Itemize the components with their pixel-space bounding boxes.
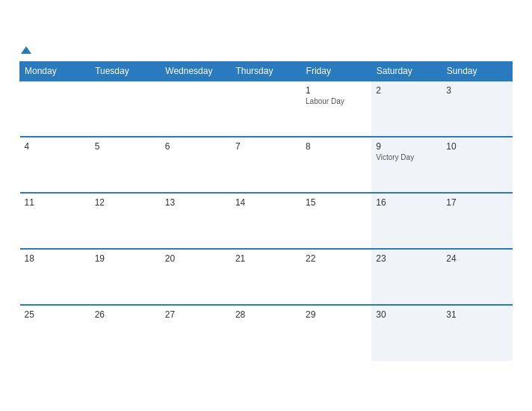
calendar-cell: 17	[442, 193, 512, 249]
calendar-cell: 24	[442, 249, 512, 305]
day-number: 22	[306, 253, 367, 264]
calendar-container: MondayTuesdayWednesdayThursdayFridaySatu…	[8, 39, 524, 372]
day-event: Labour Day	[306, 97, 367, 105]
calendar-cell: 31	[442, 305, 512, 361]
calendar-week-row: 456789Victory Day10	[20, 137, 513, 193]
calendar-cell: 18	[20, 249, 90, 305]
calendar-week-row: 18192021222324	[20, 249, 513, 305]
weekday-header-tuesday: Tuesday	[90, 62, 161, 81]
calendar-week-row: 25262728293031	[20, 305, 513, 361]
day-number: 14	[235, 197, 297, 208]
calendar-grid: MondayTuesdayWednesdayThursdayFridaySatu…	[19, 61, 513, 361]
calendar-cell: 8	[301, 137, 371, 193]
logo	[19, 46, 31, 54]
calendar-cell: 4	[20, 137, 90, 193]
day-number: 15	[306, 197, 367, 208]
weekday-header-row: MondayTuesdayWednesdayThursdayFridaySatu…	[20, 62, 513, 81]
calendar-cell: 5	[90, 137, 161, 193]
weekday-header-sunday: Sunday	[442, 62, 512, 81]
day-number: 11	[25, 197, 86, 208]
day-number: 29	[306, 309, 367, 320]
calendar-cell: 3	[442, 81, 512, 137]
day-number: 30	[376, 309, 437, 320]
weekday-header-friday: Friday	[301, 62, 371, 81]
calendar-thead: MondayTuesdayWednesdayThursdayFridaySatu…	[20, 62, 513, 81]
day-event: Victory Day	[376, 153, 437, 161]
calendar-cell: 13	[161, 193, 231, 249]
day-number: 10	[446, 141, 507, 152]
calendar-cell: 22	[301, 249, 371, 305]
day-number: 2	[376, 85, 437, 96]
calendar-cell: 12	[90, 193, 161, 249]
weekday-header-monday: Monday	[20, 62, 90, 81]
day-number: 31	[446, 309, 507, 320]
day-number: 23	[376, 253, 437, 264]
calendar-cell: 7	[231, 137, 301, 193]
day-number: 18	[25, 253, 86, 264]
calendar-cell: 6	[161, 137, 231, 193]
calendar-cell: 30	[371, 305, 442, 361]
day-number: 5	[95, 141, 156, 152]
calendar-cell	[90, 81, 161, 137]
day-number: 20	[165, 253, 226, 264]
calendar-cell: 15	[301, 193, 371, 249]
day-number: 7	[235, 141, 297, 152]
day-number: 28	[235, 309, 297, 320]
calendar-cell: 14	[231, 193, 301, 249]
day-number: 3	[446, 85, 507, 96]
calendar-cell: 25	[20, 305, 90, 361]
day-number: 26	[95, 309, 156, 320]
calendar-week-row: 1Labour Day23	[20, 81, 513, 137]
calendar-cell	[161, 81, 231, 137]
day-number: 6	[165, 141, 226, 152]
calendar-cell: 19	[90, 249, 161, 305]
calendar-cell: 29	[301, 305, 371, 361]
calendar-cell: 28	[231, 305, 301, 361]
weekday-header-saturday: Saturday	[371, 62, 442, 81]
calendar-cell: 2	[371, 81, 442, 137]
calendar-header	[19, 46, 513, 54]
day-number: 21	[235, 253, 297, 264]
weekday-header-thursday: Thursday	[231, 62, 301, 81]
calendar-cell	[231, 81, 301, 137]
calendar-cell: 23	[371, 249, 442, 305]
day-number: 8	[306, 141, 367, 152]
calendar-week-row: 11121314151617	[20, 193, 513, 249]
day-number: 17	[446, 197, 507, 208]
day-number: 24	[446, 253, 507, 264]
day-number: 27	[165, 309, 226, 320]
weekday-header-wednesday: Wednesday	[161, 62, 231, 81]
day-number: 12	[95, 197, 156, 208]
day-number: 1	[306, 85, 367, 96]
calendar-cell: 16	[371, 193, 442, 249]
day-number: 13	[165, 197, 226, 208]
calendar-cell: 27	[161, 305, 231, 361]
day-number: 25	[25, 309, 86, 320]
calendar-cell	[20, 81, 90, 137]
day-number: 9	[376, 141, 437, 152]
calendar-cell: 26	[90, 305, 161, 361]
calendar-cell: 21	[231, 249, 301, 305]
logo-triangle-icon	[21, 46, 31, 54]
calendar-cell: 9Victory Day	[371, 137, 442, 193]
calendar-cell: 20	[161, 249, 231, 305]
day-number: 19	[95, 253, 156, 264]
day-number: 16	[376, 197, 437, 208]
calendar-cell: 10	[442, 137, 512, 193]
calendar-cell: 1Labour Day	[301, 81, 371, 137]
day-number: 4	[25, 141, 86, 152]
calendar-cell: 11	[20, 193, 90, 249]
calendar-body: 1Labour Day23456789Victory Day1011121314…	[20, 81, 513, 361]
